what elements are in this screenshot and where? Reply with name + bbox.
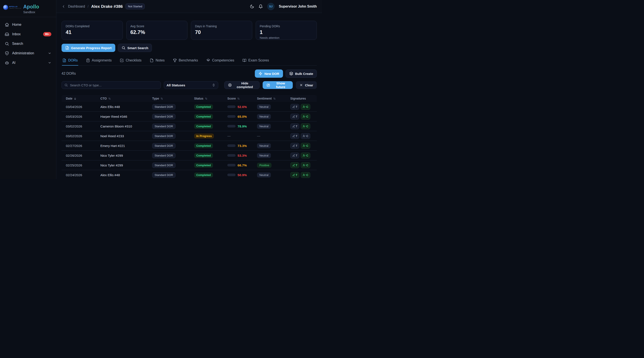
pen-icon	[292, 154, 295, 157]
dor-score: 65.0%	[227, 115, 257, 118]
back-chevron-icon[interactable]	[62, 4, 66, 8]
tab-dors[interactable]: DORs	[62, 56, 78, 66]
generate-progress-report-button[interactable]: Generate Progress Report	[62, 44, 115, 52]
dor-score: 53.3%	[227, 154, 257, 157]
dor-cto: Alex Ellis #48	[100, 105, 152, 109]
column-header[interactable]: Date	[66, 97, 100, 100]
theme-toggle-button[interactable]	[250, 4, 254, 9]
sidebar-item-home[interactable]: Home	[2, 20, 54, 29]
tab-bar: DORs Assignments Checklists Note	[62, 56, 317, 66]
sidebar-item-ai[interactable]: AI	[2, 58, 54, 67]
sidebar-item-inbox[interactable]: Inbox 99+	[2, 30, 54, 39]
dor-status-badge: Completed	[194, 173, 213, 178]
chevron-down-icon	[48, 61, 51, 64]
calendar-future-icon	[266, 83, 270, 87]
sentiment-badge: Neutral	[257, 104, 271, 109]
target-eye-icon	[228, 83, 232, 87]
dor-score: —	[227, 134, 257, 138]
main-area: Dashboard / Alex Drake #386 Not Started …	[56, 0, 322, 179]
dor-type-badge: Standard DOR	[152, 133, 175, 139]
bot-icon	[5, 61, 9, 65]
tab-label: Notes	[156, 58, 165, 62]
pen-icon	[292, 115, 295, 118]
tab-checklists[interactable]: Checklists	[120, 56, 142, 66]
cto-signature-badge: C	[301, 162, 310, 168]
column-header[interactable]: Signatures	[290, 97, 312, 100]
sidebar-item-search[interactable]: Search	[2, 39, 54, 48]
dor-status-badge: Completed	[194, 124, 213, 129]
table-row[interactable]: 02/27/2026 Emery Hart #221 Standard DOR …	[62, 141, 317, 151]
sentiment-badge: Neutral	[257, 114, 271, 119]
hide-completed-button[interactable]: Hide completed	[224, 81, 260, 89]
dor-signatures: T C	[290, 162, 312, 168]
pen-icon	[292, 164, 295, 167]
table-row[interactable]: 03/02/2026 Noel Reed #233 Standard DOR I…	[62, 131, 317, 141]
cto-signature-badge: C	[301, 114, 310, 120]
dor-search	[62, 81, 161, 89]
tab-notes[interactable]: Notes	[149, 56, 165, 66]
clear-filters-button[interactable]: Clear	[296, 81, 317, 89]
column-header[interactable]: Sentiment	[257, 97, 290, 100]
tab-competencies[interactable]: Competencies	[206, 56, 235, 66]
table-row[interactable]: 02/25/2026 Nico Tyler #299 Standard DOR …	[62, 160, 317, 170]
new-dor-button[interactable]: New DOR	[255, 69, 283, 78]
show-future-button[interactable]: Show future	[263, 81, 293, 89]
sort-icon	[237, 97, 240, 100]
dor-type-badge: Standard DOR	[152, 153, 175, 158]
dor-score: 66.7%	[227, 164, 257, 167]
table-row[interactable]: 02/24/2026 Alex Ellis #48 Standard DOR C…	[62, 170, 317, 179]
dor-cto: Cameron Bloom #310	[100, 125, 152, 128]
status-filter-select[interactable]: All Statuses	[164, 81, 218, 89]
tab-label: Benchmarks	[179, 58, 198, 62]
stat-subtext: Needs attention	[260, 36, 313, 39]
avatar[interactable]: SJ	[267, 3, 274, 10]
breadcrumb-dashboard-link[interactable]: Dashboard	[68, 4, 85, 8]
user-name: Supervisor John Smith	[279, 4, 317, 8]
trainee-signature-badge: T	[290, 114, 300, 120]
cto-signature-badge: C	[301, 133, 310, 139]
table-row[interactable]: 02/26/2026 Nico Tyler #299 Standard DOR …	[62, 151, 317, 160]
dor-signatures: T C	[290, 172, 312, 178]
check-square-icon	[120, 58, 124, 62]
tab-assignments[interactable]: Assignments	[86, 56, 112, 66]
tab-benchmarks[interactable]: Benchmarks	[172, 56, 198, 66]
pen-icon	[292, 135, 295, 138]
trainee-signature-badge: T	[290, 153, 300, 159]
dor-signatures: T C	[290, 133, 312, 139]
sidebar-item-administration[interactable]: Administration	[2, 49, 54, 58]
column-header[interactable]: CTO	[100, 97, 152, 100]
sentiment-badge: Neutral	[257, 173, 271, 178]
dor-cto: Nico Tyler #299	[100, 154, 152, 157]
dor-signatures: T C	[290, 143, 312, 149]
dor-status-badge: Completed	[194, 163, 213, 168]
trainee-signature-badge: T	[290, 162, 300, 168]
chevrons-up-down-icon	[212, 83, 216, 87]
sort-icon	[160, 97, 163, 100]
bulk-create-button[interactable]: Bulk Create	[286, 69, 317, 78]
apollo-logo: APOLLO TRAINING CONDUCTOR	[3, 5, 21, 10]
notifications-button[interactable]	[258, 4, 263, 9]
table-row[interactable]: 03/03/2026 Harper Reed #346 Standard DOR…	[62, 112, 317, 121]
book-open-icon	[242, 58, 246, 62]
trainee-signature-badge: T	[290, 172, 300, 178]
column-header[interactable]: Status	[194, 97, 228, 100]
score-bar	[227, 105, 236, 108]
dor-search-input[interactable]	[70, 83, 158, 87]
table-row[interactable]: 03/02/2026 Cameron Bloom #310 Standard D…	[62, 121, 317, 131]
dor-cto: Noel Reed #233	[100, 134, 152, 138]
score-bar	[227, 154, 236, 157]
brand-environment: Sandbox	[23, 10, 39, 14]
dor-type-badge: Standard DOR	[152, 104, 175, 110]
smart-search-button[interactable]: Smart Search	[118, 44, 152, 52]
column-header[interactable]: Score	[227, 97, 257, 100]
logo-tagline: TRAINING CONDUCTOR	[9, 8, 21, 9]
table-header-row: Date CTO Type	[62, 95, 317, 102]
sort-icon	[273, 97, 276, 100]
user-check-icon	[303, 135, 306, 138]
stat-value: 1	[260, 29, 313, 35]
user-check-icon	[303, 164, 306, 167]
tab-exam-scores[interactable]: Exam Scores	[242, 56, 269, 66]
stat-label: Avg Score	[130, 24, 184, 28]
column-header[interactable]: Type	[152, 97, 194, 100]
table-row[interactable]: 03/04/2026 Alex Ellis #48 Standard DOR C…	[62, 102, 317, 112]
